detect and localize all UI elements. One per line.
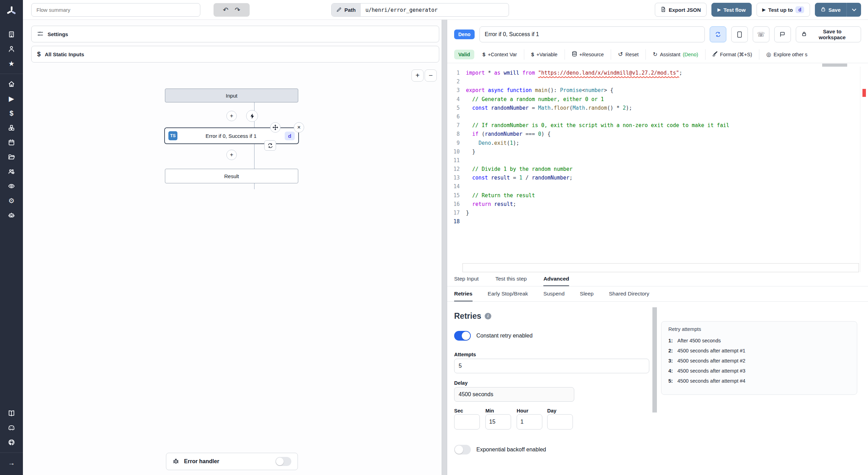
assistant-button[interactable]: ↻ Assistant (Deno) xyxy=(646,51,705,58)
subtab-shared-directory[interactable]: Shared Directory xyxy=(609,286,649,301)
code-line[interactable]: } xyxy=(466,148,858,156)
code-line[interactable] xyxy=(466,217,858,226)
constant-retry-toggle[interactable] xyxy=(454,331,471,341)
flag-icon-button[interactable] xyxy=(774,26,791,42)
audit-eye-icon[interactable] xyxy=(0,179,23,193)
min-input[interactable] xyxy=(485,414,511,430)
exponential-backoff-toggle[interactable] xyxy=(454,445,471,455)
building-icon[interactable] xyxy=(0,27,23,42)
code-line[interactable] xyxy=(466,112,858,121)
add-resource-button[interactable]: +Resource xyxy=(565,51,611,58)
line-number: 6 xyxy=(447,112,460,121)
trigger-bolt-button[interactable] xyxy=(246,110,258,122)
phone-icon-button[interactable]: ☏ xyxy=(753,26,769,42)
subtab-early-stop-break[interactable]: Early Stop/Break xyxy=(488,286,528,301)
settings-gear-icon[interactable]: ⚙ xyxy=(0,193,23,208)
runs-play-icon[interactable]: ▶ xyxy=(0,91,23,106)
zoom-out-button[interactable]: − xyxy=(425,69,437,82)
flow-settings-button[interactable]: Settings xyxy=(31,26,439,42)
error-handler-toggle[interactable] xyxy=(275,457,291,466)
reset-icon: ↺ xyxy=(618,51,623,58)
retries-scrollbar[interactable] xyxy=(652,307,657,412)
retry-indicator-button[interactable] xyxy=(264,140,276,151)
reset-button[interactable]: ↺ Reset xyxy=(611,51,645,58)
tab-step-input[interactable]: Step Input xyxy=(454,272,479,286)
typescript-badge: TS xyxy=(168,131,177,140)
tab-advanced[interactable]: Advanced xyxy=(543,272,569,286)
format-button[interactable]: Format (⌘+S) xyxy=(706,51,759,58)
code-line[interactable] xyxy=(466,77,858,86)
collapse-arrow-icon[interactable]: → xyxy=(0,456,23,470)
brush-icon xyxy=(712,51,718,58)
user-icon[interactable] xyxy=(0,42,23,56)
code-line[interactable]: if (randomNumber === 0) { xyxy=(466,130,858,139)
code-line[interactable]: const randomNumber = Math.floor(Math.ran… xyxy=(466,104,858,112)
add-step-button-bottom[interactable]: + xyxy=(226,150,237,160)
save-dropdown-chevron[interactable] xyxy=(846,3,861,17)
panel-resize-handle[interactable] xyxy=(442,20,447,475)
star-icon[interactable]: ★ xyxy=(0,56,23,71)
explore-scripts-button[interactable]: ◎ Explore other s xyxy=(759,51,815,58)
home-icon[interactable] xyxy=(0,77,23,91)
resources-cubes-icon[interactable] xyxy=(0,120,23,135)
move-step-button[interactable] xyxy=(270,122,281,133)
github-icon[interactable] xyxy=(0,435,23,450)
code-line[interactable]: import * as wmill from "https://deno.lan… xyxy=(466,69,858,77)
path-field[interactable]: Path u/henri/error_generator xyxy=(331,3,509,17)
docs-book-icon[interactable] xyxy=(0,406,23,420)
code-line[interactable]: // If randomNumber is 0, exit the script… xyxy=(466,121,858,130)
sync-arrows-icon-button[interactable] xyxy=(710,26,726,42)
test-up-to-button[interactable]: ▶ Test up to d xyxy=(757,3,810,17)
add-step-button-top[interactable]: + xyxy=(226,111,237,121)
export-json-button[interactable]: Export JSON xyxy=(655,3,707,17)
test-flow-button[interactable]: ▶ Test flow xyxy=(711,3,751,17)
zoom-in-button[interactable]: + xyxy=(411,69,424,82)
tab-test-this-step[interactable]: Test this step xyxy=(495,272,527,286)
code-line[interactable]: // Divide 1 by the random number xyxy=(466,165,858,174)
flow-result-node[interactable]: Result xyxy=(165,169,298,183)
error-handler-bar[interactable]: Error handler xyxy=(166,453,298,470)
add-variable-button[interactable]: $ +Variable xyxy=(524,52,565,57)
attempts-input[interactable] xyxy=(454,359,649,373)
mobile-frame-icon-button[interactable] xyxy=(731,26,748,42)
code-line[interactable] xyxy=(466,182,858,191)
folders-icon[interactable] xyxy=(0,150,23,164)
path-value[interactable]: u/henri/error_generator xyxy=(361,3,443,16)
discord-icon[interactable] xyxy=(0,420,23,435)
code-line[interactable]: } xyxy=(466,209,858,217)
variables-dollar-icon[interactable]: $ xyxy=(0,106,23,120)
retry-attempts-panel: Retry attempts 1:After 4500 seconds2:450… xyxy=(661,321,857,395)
groups-users-gear-icon[interactable] xyxy=(0,164,23,179)
flow-summary-input[interactable] xyxy=(31,3,200,17)
code-line[interactable] xyxy=(466,156,858,165)
step-title-input[interactable] xyxy=(479,26,705,42)
workers-robot-icon[interactable] xyxy=(0,208,23,223)
add-context-var-button[interactable]: $ +Context Var xyxy=(476,52,524,57)
code-editor[interactable]: 123456789101112131415161718 import * as … xyxy=(447,67,868,272)
all-static-inputs-button[interactable]: $ All Static Inputs xyxy=(31,46,439,62)
sec-input[interactable] xyxy=(454,414,480,430)
save-button[interactable]: Save xyxy=(815,3,846,17)
code-line[interactable]: // Generate a random number, either 0 or… xyxy=(466,95,858,104)
flow-input-node[interactable]: Input xyxy=(165,89,298,102)
code-line[interactable]: Deno.exit(1); xyxy=(466,139,858,148)
subtab-retries[interactable]: Retries xyxy=(454,286,473,301)
code-line[interactable]: const result = 1 / randomNumber; xyxy=(466,174,858,182)
redo-icon[interactable]: ↷ xyxy=(235,6,240,14)
code-line[interactable]: return result; xyxy=(466,200,858,209)
windmill-logo-icon[interactable] xyxy=(6,6,17,18)
code-line[interactable]: // Return the result xyxy=(466,191,858,200)
database-icon xyxy=(572,51,577,58)
code-lines: import * as wmill from "https://deno.lan… xyxy=(466,69,858,226)
schedules-calendar-icon[interactable] xyxy=(0,135,23,150)
save-to-workspace-button[interactable]: Save to workspace xyxy=(796,26,861,42)
subtab-sleep[interactable]: Sleep xyxy=(580,286,594,301)
undo-icon[interactable]: ↶ xyxy=(223,6,228,14)
code-line[interactable]: export async function main(): Promise<nu… xyxy=(466,86,858,95)
info-icon[interactable]: i xyxy=(485,313,491,319)
day-input[interactable] xyxy=(547,414,573,430)
toolbar-scrollbar[interactable] xyxy=(822,64,847,67)
hour-input[interactable] xyxy=(517,414,542,430)
delete-step-button[interactable]: × xyxy=(294,122,304,133)
subtab-suspend[interactable]: Suspend xyxy=(543,286,565,301)
